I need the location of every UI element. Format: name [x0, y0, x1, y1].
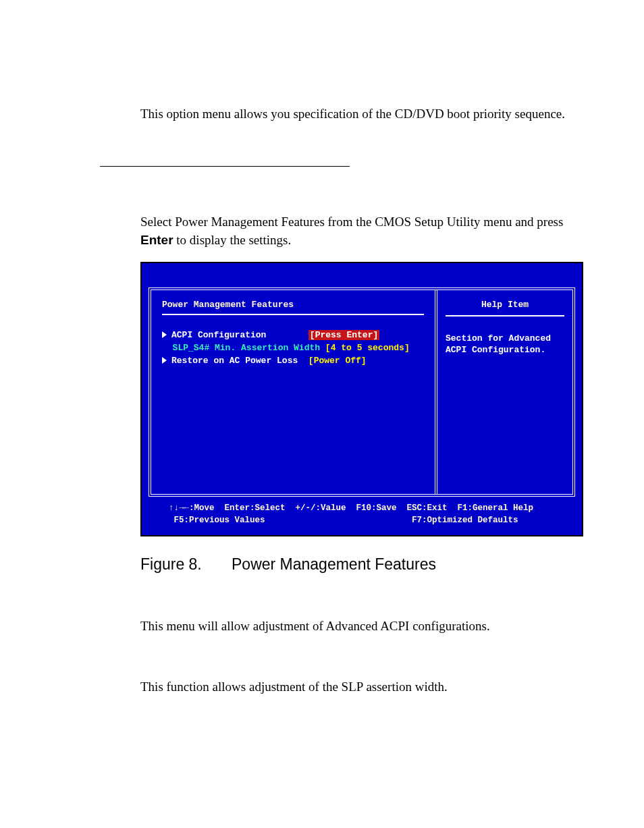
- paragraph-acpi: This menu will allow adjustment of Advan…: [140, 617, 597, 636]
- triangle-right-icon: [162, 357, 167, 364]
- bios-footer-line1: ↑↓→←:Move Enter:Select +/-/:Value F10:Sa…: [169, 503, 533, 513]
- figure-title: Power Management Features: [232, 555, 436, 573]
- bios-footer-line2: F5:Previous Values F7:Optimized Defaults: [169, 516, 518, 525]
- bios-row-label: SLP_S4# Min. Assertion Width: [173, 343, 325, 353]
- bios-help-title: Help Item: [446, 300, 564, 310]
- paragraph-slp: This function allows adjustment of the S…: [140, 678, 597, 696]
- bios-menu-row[interactable]: Restore on AC Power Loss [Power Off]: [162, 356, 424, 366]
- bios-help-text: Section for Advanced ACPI Configuration.: [446, 333, 564, 356]
- bios-screen: Power Management Features ACPI Configura…: [140, 262, 583, 537]
- bios-menu-row[interactable]: SLP_S4# Min. Assertion Width [4 to 5 sec…: [162, 343, 424, 353]
- bios-row-value: [4 to 5 seconds]: [325, 343, 410, 353]
- bios-footer: ↑↓→←:Move Enter:Select +/-/:Value F10:Sa…: [149, 497, 575, 529]
- paragraph-instruction: Select Power Management Features from th…: [140, 213, 597, 250]
- figure-number: Figure 8.: [140, 555, 232, 574]
- bios-help-divider: [446, 315, 564, 316]
- bios-title: Power Management Features: [162, 300, 424, 310]
- bios-row-label: ACPI Configuration: [171, 330, 266, 340]
- section-divider: [100, 166, 350, 167]
- bios-menu-row[interactable]: ACPI Configuration [Press Enter]: [162, 330, 424, 340]
- triangle-right-icon: [162, 331, 167, 338]
- bios-panel: Power Management Features ACPI Configura…: [149, 287, 575, 497]
- figure-caption: Figure 8.Power Management Features: [140, 555, 597, 574]
- bios-help-panel: Help Item Section for Advanced ACPI Conf…: [437, 290, 572, 494]
- bios-left-panel: Power Management Features ACPI Configura…: [151, 290, 437, 494]
- paragraph-boot-priority: This option menu allows you specificatio…: [140, 105, 597, 123]
- bios-row-value: [Press Enter]: [308, 330, 379, 340]
- bios-row-label: Restore on AC Power Loss: [171, 356, 298, 366]
- instruction-pre: Select Power Management Features from th…: [140, 215, 563, 229]
- bios-row-value: [Power Off]: [308, 356, 367, 366]
- bios-title-divider: [162, 314, 424, 315]
- instruction-bold: Enter: [140, 233, 173, 247]
- instruction-post: to display the settings.: [173, 233, 292, 247]
